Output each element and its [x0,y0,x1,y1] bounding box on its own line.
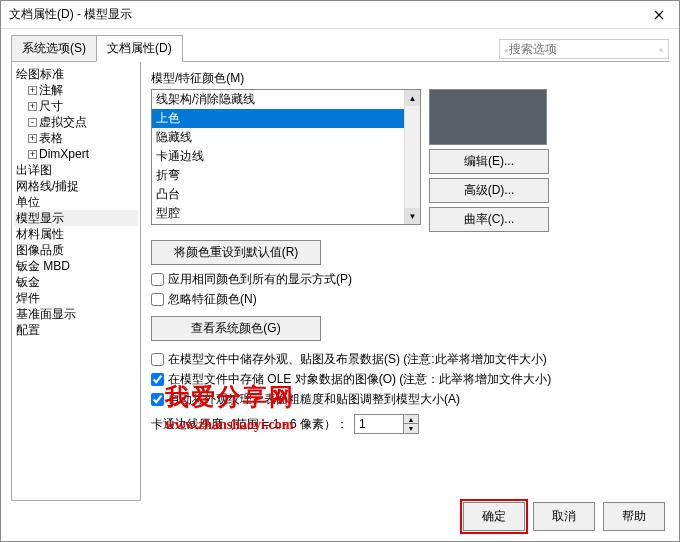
tree-item-label: 出详图 [16,163,52,177]
search-box[interactable] [499,39,669,59]
advanced-button[interactable]: 高级(D)... [429,178,549,203]
curvature-button[interactable]: 曲率(C)... [429,207,549,232]
tree-item[interactable]: 材料属性 [14,226,138,242]
list-item[interactable]: 倒角 [152,223,420,225]
auto-adjust-checkbox[interactable] [151,393,164,406]
window-title: 文档属性(D) - 模型显示 [9,6,639,23]
help-button[interactable]: 帮助 [603,502,665,531]
tree-item-label: 材料属性 [16,227,64,241]
tree-item[interactable]: +表格 [14,130,138,146]
tree-item[interactable]: 钣金 [14,274,138,290]
tree-item-label: 配置 [16,323,40,337]
scroll-down-icon[interactable]: ▼ [405,208,420,224]
category-tree[interactable]: 绘图标准+注解+尺寸-虚拟交点+表格+DimXpert出详图网格线/捕捉单位模型… [11,62,141,501]
tree-item[interactable]: 绘图标准 [14,66,138,82]
svg-point-1 [506,50,507,51]
tree-item-label: 网格线/捕捉 [16,179,79,193]
apply-same-color-checkbox[interactable] [151,273,164,286]
tree-item-label: 尺寸 [39,99,63,113]
tree-item[interactable]: +DimXpert [14,146,138,162]
list-item[interactable]: 型腔 [152,204,420,223]
list-item[interactable]: 线架构/消除隐藏线 [152,90,420,109]
tree-item[interactable]: 出详图 [14,162,138,178]
tree-item-label: DimXpert [39,147,89,161]
tree-item[interactable]: +注解 [14,82,138,98]
tree-item[interactable]: +尺寸 [14,98,138,114]
ignore-feature-color-checkbox[interactable] [151,293,164,306]
tree-item[interactable]: 钣金 MBD [14,258,138,274]
expand-icon[interactable]: + [28,150,37,159]
search-input[interactable] [509,42,659,56]
spinner-down-icon[interactable]: ▼ [404,424,418,433]
tree-item[interactable]: 图像品质 [14,242,138,258]
auto-adjust-label: 自动将外观纹理、表面粗糙度和贴图调整到模型大小(A) [168,391,460,408]
tree-item[interactable]: 基准面显示 [14,306,138,322]
store-appearance-checkbox[interactable] [151,353,164,366]
tree-item-label: 注解 [39,83,63,97]
close-icon [654,10,664,20]
store-appearance-label: 在模型文件中储存外观、贴图及布景数据(S) (注意:此举将增加文件大小) [168,351,547,368]
tree-item[interactable]: -虚拟交点 [14,114,138,130]
color-preview [429,89,547,145]
tree-item[interactable]: 网格线/捕捉 [14,178,138,194]
model-colors-label: 模型/特征颜色(M) [151,70,659,87]
tree-item-label: 钣金 [16,275,40,289]
tab-bar: 系统选项(S) 文档属性(D) [11,35,182,62]
expand-icon[interactable]: + [28,134,37,143]
view-system-colors-button[interactable]: 查看系统颜色(G) [151,316,321,341]
cartoon-edge-label: 卡通边线厚度（范围 = 1 - 6 像素）： [151,416,348,433]
spinner-up-icon[interactable]: ▲ [404,415,418,424]
tree-item-label: 表格 [39,131,63,145]
cartoon-edge-input[interactable] [355,415,403,433]
apply-same-color-label: 应用相同颜色到所有的显示方式(P) [168,271,352,288]
cartoon-edge-spinner[interactable]: ▲ ▼ [354,414,419,434]
list-item[interactable]: 卡通边线 [152,147,420,166]
tree-item-label: 基准面显示 [16,307,76,321]
expand-icon[interactable]: + [28,102,37,111]
expand-icon[interactable]: + [28,86,37,95]
tree-item-label: 虚拟交点 [39,115,87,129]
close-button[interactable] [639,1,679,29]
svg-point-2 [660,48,663,51]
store-ole-checkbox[interactable] [151,373,164,386]
list-item[interactable]: 隐藏线 [152,128,420,147]
search-icon [659,42,664,56]
tree-item[interactable]: 单位 [14,194,138,210]
list-item[interactable]: 凸台 [152,185,420,204]
store-ole-label: 在模型文件中存储 OLE 对象数据的图像(O) (注意：此举将增加文件大小) [168,371,551,388]
collapse-icon[interactable]: - [28,118,37,127]
listbox-scrollbar[interactable]: ▲ ▼ [404,90,420,224]
tree-item[interactable]: 模型显示 [14,210,138,226]
color-listbox[interactable]: 线架构/消除隐藏线上色隐藏线卡通边线折弯凸台型腔倒角切除 ▲ ▼ [151,89,421,225]
list-item[interactable]: 上色 [152,109,420,128]
cancel-button[interactable]: 取消 [533,502,595,531]
tree-item-label: 单位 [16,195,40,209]
tab-system-options[interactable]: 系统选项(S) [11,35,97,62]
tree-item-label: 绘图标准 [16,67,64,81]
edit-button[interactable]: 编辑(E)... [429,149,549,174]
tree-item-label: 钣金 MBD [16,259,70,273]
tree-item[interactable]: 焊件 [14,290,138,306]
list-item[interactable]: 折弯 [152,166,420,185]
tree-item-label: 模型显示 [16,211,64,225]
reset-colors-button[interactable]: 将颜色重设到默认值(R) [151,240,321,265]
scroll-up-icon[interactable]: ▲ [405,90,420,106]
tab-document-properties[interactable]: 文档属性(D) [96,35,183,62]
tree-item-label: 焊件 [16,291,40,305]
tree-item-label: 图像品质 [16,243,64,257]
ignore-feature-color-label: 忽略特征颜色(N) [168,291,257,308]
ok-button[interactable]: 确定 [463,502,525,531]
tree-item[interactable]: 配置 [14,322,138,338]
